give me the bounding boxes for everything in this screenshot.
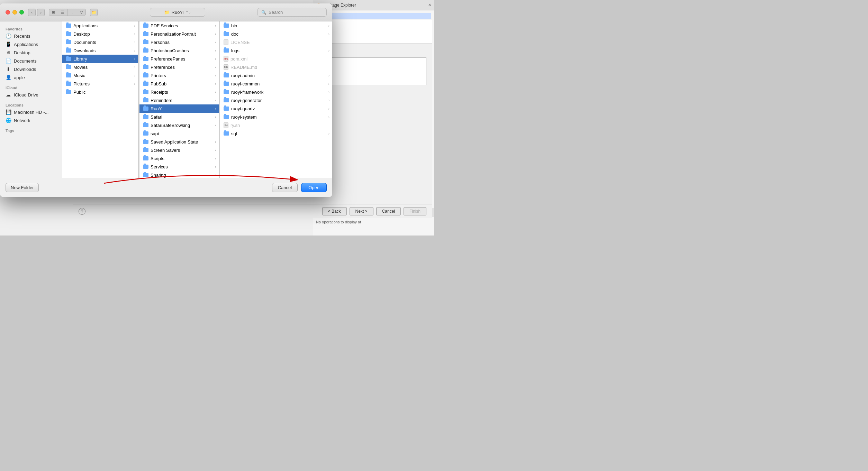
col1-documents[interactable]: Documents › (62, 38, 138, 46)
cancel-dialog-button[interactable]: Cancel (272, 183, 298, 192)
back-arrow-button[interactable]: ‹ (28, 9, 36, 16)
sidebar-item-icloud-drive[interactable]: ☁ iCloud Drive (0, 91, 62, 99)
col2-printers[interactable]: Printers › (139, 71, 219, 80)
col2-safari-safe[interactable]: SafariSafeBrowsing › (139, 121, 219, 129)
sidebar-item-applications[interactable]: 📱 Applications (0, 40, 62, 48)
col3-readme-md[interactable]: MD README.md (220, 63, 332, 71)
column-view-btn[interactable]: ⋮ (67, 9, 77, 16)
sidebar-item-downloads[interactable]: ⬇ Downloads (0, 65, 62, 73)
icloud-icon: ☁ (6, 92, 11, 98)
search-box: 🔍 (257, 8, 327, 17)
desktop-icon: 🖥 (6, 50, 11, 55)
apple-label: apple (14, 75, 25, 80)
col3-ruoyi-quartz[interactable]: ruoyi-quartz › (220, 104, 332, 113)
col1-applications[interactable]: Applications › (62, 21, 138, 30)
recents-icon: 🕐 (6, 33, 11, 39)
help-icon[interactable]: ? (79, 208, 85, 215)
col2-sharing[interactable]: Sharing › (139, 171, 219, 178)
sidebar-item-macintosh-hd[interactable]: 💾 Macintosh HD -... (0, 108, 62, 116)
col2-personas[interactable]: Personas › (139, 38, 219, 46)
search-input[interactable] (269, 10, 324, 15)
location-button[interactable]: 📁 (90, 9, 98, 16)
col3-pom-xml[interactable]: XML pom.xml (220, 55, 332, 63)
sidebar-item-documents[interactable]: 📄 Documents (0, 57, 62, 65)
col3-ruoyi-common[interactable]: ruoyi-common › (220, 80, 332, 88)
col2-saved-app-state[interactable]: Saved Application State › (139, 138, 219, 146)
col2-photoshop-crashes[interactable]: PhotoshopCrashes › (139, 46, 219, 55)
apple-icon: 👤 (6, 75, 11, 80)
col2-screen-savers[interactable]: Screen Savers › (139, 146, 219, 154)
folder-name-box[interactable]: 📁 RuoYi ⌃⌄ (150, 8, 205, 17)
forward-arrow-button[interactable]: › (37, 9, 45, 16)
col3-ruoyi-system[interactable]: ruoyi-system › (220, 113, 332, 121)
col2-scripts[interactable]: Scripts › (139, 154, 219, 163)
dialog-sidebar: Favorites 🕐 Recents 📱 Applications 🖥 Des… (0, 21, 62, 178)
col1-downloads[interactable]: Downloads › (62, 46, 138, 55)
col1-pictures[interactable]: Pictures › (62, 80, 138, 88)
col1-public[interactable]: Public (62, 88, 138, 96)
search-icon: 🔍 (261, 10, 266, 15)
col2-preference-panes[interactable]: PreferencePanes › (139, 55, 219, 63)
traffic-lights (6, 10, 24, 15)
folder-name-label: RuoYi (172, 10, 184, 15)
col3-doc[interactable]: doc › (220, 30, 332, 38)
dialog-body: Favorites 🕐 Recents 📱 Applications 🖥 Des… (0, 21, 332, 178)
wizard-footer: ? < Back Next > Cancel Finish (73, 204, 432, 218)
documents-icon: 📄 (6, 58, 11, 64)
view-toggle: ⊞ ☰ ⋮ ▽ (49, 9, 86, 16)
finish-button: Finish (404, 207, 426, 215)
col3-bin[interactable]: bin › (220, 21, 332, 30)
nav-arrows: ‹ › (28, 9, 45, 16)
file-open-dialog: ‹ › ⊞ ☰ ⋮ ▽ 📁 📁 RuoYi ⌃⌄ 🔍 Favorites (0, 3, 332, 197)
col1-movies[interactable]: Movies › (62, 63, 138, 71)
col2-services[interactable]: Services › (139, 163, 219, 171)
col2-sapi[interactable]: sapi (139, 129, 219, 138)
col2-reminders[interactable]: Reminders › (139, 96, 219, 104)
network-label: Network (14, 118, 30, 123)
col2-pdf-services[interactable]: PDF Services › (139, 21, 219, 30)
col3-license[interactable]: LICENSE (220, 38, 332, 46)
cancel-wizard-button[interactable]: Cancel (376, 207, 401, 215)
package-explorer-close[interactable]: ✕ (428, 3, 431, 7)
col2-personalization[interactable]: PersonalizationPortrait › (139, 30, 219, 38)
col2-preferences[interactable]: Preferences › (139, 63, 219, 71)
new-folder-button[interactable]: New Folder (6, 183, 39, 192)
documents-label: Documents (14, 58, 37, 64)
next-button[interactable]: Next > (350, 207, 373, 215)
gallery-view-btn[interactable]: ▽ (77, 9, 85, 16)
col3-sql[interactable]: sql › (220, 129, 332, 138)
sidebar-item-recents[interactable]: 🕐 Recents (0, 32, 62, 40)
minimize-traffic-light[interactable] (12, 10, 17, 15)
icon-view-btn[interactable]: ⊞ (49, 9, 58, 16)
downloads-icon: ⬇ (6, 66, 11, 72)
col3-ruoyi-framework[interactable]: ruoyi-framework › (220, 88, 332, 96)
col3-ruoyi-admin[interactable]: ruoyi-admin › (220, 71, 332, 80)
back-button[interactable]: < Back (322, 207, 347, 215)
sidebar-item-apple[interactable]: 👤 apple (0, 73, 62, 82)
col1-desktop[interactable]: Desktop › (62, 30, 138, 38)
dialog-titlebar: ‹ › ⊞ ☰ ⋮ ▽ 📁 📁 RuoYi ⌃⌄ 🔍 (0, 3, 332, 21)
col2-safari[interactable]: Safari › (139, 113, 219, 121)
col2-pubsub[interactable]: PubSub › (139, 80, 219, 88)
locations-label: Locations (0, 102, 62, 108)
list-view-btn[interactable]: ☰ (58, 9, 67, 16)
col1-music[interactable]: Music › (62, 71, 138, 80)
sidebar-item-network[interactable]: 🌐 Network (0, 116, 62, 124)
col1-library[interactable]: Library › (62, 55, 138, 63)
maximize-traffic-light[interactable] (19, 10, 24, 15)
close-traffic-light[interactable] (6, 10, 10, 15)
col3-ry-sh[interactable]: SH ry.sh (220, 121, 332, 129)
applications-label: Applications (14, 42, 38, 47)
open-button[interactable]: Open (301, 183, 327, 192)
column-3: bin › doc › LICENSE (220, 21, 332, 178)
col2-receipts[interactable]: Receipts › (139, 88, 219, 96)
col2-ruoyi[interactable]: RuoYi › (139, 104, 219, 113)
folder-chevron: ⌃⌄ (186, 10, 191, 14)
folder-icon-small: 📁 (164, 10, 170, 15)
col3-logs[interactable]: logs › (220, 46, 332, 55)
sidebar-item-desktop[interactable]: 🖥 Desktop (0, 48, 62, 57)
col3-ruoyi-generator[interactable]: ruoyi-generator › (220, 96, 332, 104)
macintosh-icon: 💾 (6, 109, 11, 115)
recents-label: Recents (14, 34, 30, 39)
network-icon: 🌐 (6, 118, 11, 123)
